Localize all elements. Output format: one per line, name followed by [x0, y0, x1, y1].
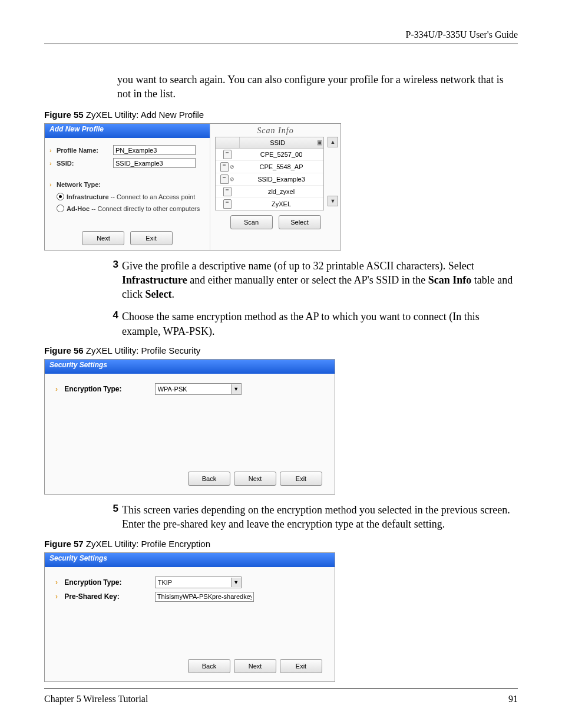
table-row[interactable]: CPE_5257_00: [216, 149, 323, 161]
next-button[interactable]: Next: [234, 659, 276, 673]
exit-button[interactable]: Exit: [280, 659, 322, 673]
table-row[interactable]: ZyXEL: [216, 198, 323, 210]
header-rule: [44, 44, 518, 44]
device-icon: [220, 174, 229, 184]
figure-56-caption: Figure 56 ZyXEL Utility: Profile Securit…: [44, 345, 518, 355]
figure-55-caption: Figure 55 ZyXEL Utility: Add New Profile: [44, 110, 518, 120]
add-profile-title: Add New Profile: [45, 124, 210, 138]
back-button[interactable]: Back: [188, 472, 230, 486]
scroll-up-icon[interactable]: ▲: [328, 137, 338, 147]
figure-57: Security Settings › Encryption Type: TKI…: [44, 552, 335, 682]
ssid-label: SSID:: [57, 160, 113, 167]
table-row[interactable]: zld_zyxel: [216, 186, 323, 198]
scan-table: SSID ▣ CPE_5257_00 ⊘ CPE_5548_AP ⊘: [215, 137, 324, 210]
chevron-icon: ›: [55, 592, 61, 601]
table-row[interactable]: ⊘ CPE_5548_AP: [216, 161, 323, 173]
psk-input[interactable]: [155, 592, 254, 602]
select-button[interactable]: Select: [279, 215, 321, 229]
step-3: 3 Give the profile a descriptive name (o…: [103, 259, 518, 302]
radio-infrastructure[interactable]: Infrastructure -- Connect to an Access p…: [57, 191, 205, 203]
radio-icon: [57, 193, 64, 200]
chevron-icon: ›: [49, 160, 55, 167]
scan-info-title: Scan Info: [210, 124, 340, 137]
encryption-type-select[interactable]: WPA-PSK ▼: [155, 383, 242, 395]
footer-chapter: Chapter 5 Wireless Tutorial: [44, 694, 148, 704]
security-settings-title: Security Settings: [45, 553, 335, 567]
device-icon: [223, 199, 232, 209]
figure-57-caption: Figure 57 ZyXEL Utility: Profile Encrypt…: [44, 539, 518, 549]
scroll-down-icon[interactable]: ▼: [328, 196, 338, 206]
chevron-icon: ›: [49, 181, 55, 188]
chevron-icon: ›: [55, 578, 61, 587]
table-row[interactable]: ⊘ SSID_Example3: [216, 173, 323, 186]
chevron-down-icon: ▼: [231, 384, 241, 394]
encryption-type-label: Encryption Type:: [64, 578, 153, 587]
next-button[interactable]: Next: [82, 231, 124, 245]
figure-55: Add New Profile › Profile Name: › SSID: …: [44, 123, 341, 251]
ssid-column-header: SSID: [240, 139, 315, 146]
radio-icon: [57, 205, 64, 212]
step-4: 4 Choose the same encryption method as t…: [103, 309, 518, 338]
psk-label: Pre-Shared Key:: [64, 592, 153, 601]
encryption-type-select[interactable]: TKIP ▼: [155, 577, 242, 588]
device-icon: [223, 187, 232, 196]
next-button[interactable]: Next: [234, 472, 276, 486]
ssid-input[interactable]: [113, 158, 196, 168]
device-icon: [223, 150, 232, 159]
device-icon: [220, 162, 229, 172]
step-5: 5 This screen varies depending on the en…: [103, 503, 518, 532]
footer-page-number: 91: [508, 694, 518, 704]
chevron-down-icon: ▼: [231, 578, 241, 587]
radio-adhoc[interactable]: Ad-Hoc -- Connect directly to other comp…: [57, 203, 205, 215]
intro-continuation: you want to search again. You can also c…: [117, 73, 518, 101]
exit-button[interactable]: Exit: [280, 472, 322, 486]
lock-icon: ⊘: [230, 176, 234, 182]
network-type-label: Network Type:: [57, 181, 101, 188]
chevron-icon: ›: [49, 147, 55, 154]
profile-name-input[interactable]: [113, 145, 196, 155]
chevron-icon: ›: [55, 385, 61, 393]
back-button[interactable]: Back: [188, 659, 230, 673]
exit-button[interactable]: Exit: [130, 231, 173, 245]
lock-icon: ⊘: [230, 164, 234, 170]
security-settings-title: Security Settings: [45, 360, 335, 374]
header-guide-name: P-334U/P-335U User's Guide: [44, 29, 518, 40]
encryption-type-label: Encryption Type:: [64, 385, 153, 393]
scan-button[interactable]: Scan: [230, 215, 273, 229]
profile-name-label: Profile Name:: [57, 147, 113, 154]
figure-56: Security Settings › Encryption Type: WPA…: [44, 359, 335, 495]
